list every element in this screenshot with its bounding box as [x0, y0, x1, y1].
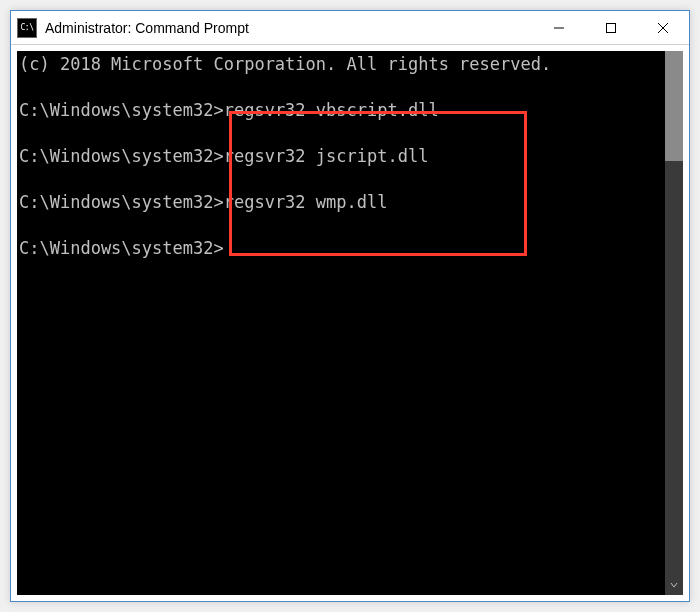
- scrollbar-thumb[interactable]: [665, 51, 683, 161]
- prompt-text: C:\Windows\system32>: [19, 100, 224, 120]
- close-button[interactable]: [637, 11, 689, 44]
- minimize-icon: [553, 22, 565, 34]
- copyright-line: (c) 2018 Microsoft Corporation. All righ…: [19, 53, 665, 76]
- command-text: regsvr32 jscript.dll: [224, 146, 429, 166]
- blank-line: [19, 214, 665, 237]
- command-text: regsvr32 vbscript.dll: [224, 100, 439, 120]
- command-prompt-window: C:\ Administrator: Command Prompt (c) 20…: [10, 10, 690, 602]
- prompt-text: C:\Windows\system32>: [19, 146, 224, 166]
- scrollbar-track[interactable]: [665, 161, 683, 575]
- window-controls: [533, 11, 689, 44]
- command-line: C:\Windows\system32>regsvr32 wmp.dll: [19, 191, 665, 214]
- svg-rect-1: [607, 23, 616, 32]
- prompt-line: C:\Windows\system32>: [19, 237, 665, 260]
- maximize-button[interactable]: [585, 11, 637, 44]
- titlebar[interactable]: C:\ Administrator: Command Prompt: [11, 11, 689, 45]
- cmd-icon: C:\: [17, 18, 37, 38]
- blank-line: [19, 76, 665, 99]
- command-text: regsvr32 wmp.dll: [224, 192, 388, 212]
- terminal-area: (c) 2018 Microsoft Corporation. All righ…: [11, 45, 689, 601]
- minimize-button[interactable]: [533, 11, 585, 44]
- vertical-scrollbar[interactable]: [665, 51, 683, 595]
- scroll-down-arrow-icon[interactable]: [665, 575, 683, 595]
- window-title: Administrator: Command Prompt: [45, 20, 249, 36]
- maximize-icon: [605, 22, 617, 34]
- terminal[interactable]: (c) 2018 Microsoft Corporation. All righ…: [17, 51, 665, 595]
- blank-line: [19, 122, 665, 145]
- prompt-text: C:\Windows\system32>: [19, 192, 224, 212]
- command-line: C:\Windows\system32>regsvr32 vbscript.dl…: [19, 99, 665, 122]
- blank-line: [19, 168, 665, 191]
- close-icon: [657, 22, 669, 34]
- prompt-text: C:\Windows\system32>: [19, 238, 224, 258]
- command-line: C:\Windows\system32>regsvr32 jscript.dll: [19, 145, 665, 168]
